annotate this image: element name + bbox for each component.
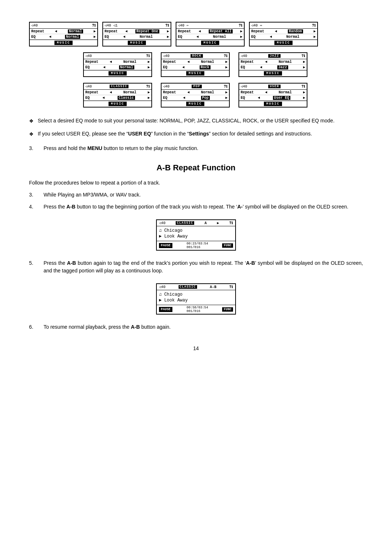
- section-intro: Follow the procedures below to repeat a …: [29, 179, 363, 187]
- nav-right-eq: ▶: [94, 35, 96, 39]
- vol-icon: ◁40: [241, 84, 247, 89]
- bat-icon: 𝟕𝟏: [166, 24, 169, 28]
- oled-ab-screen-1: ◁40 CLASSIC A ▶ 𝟕𝟏 ♫ Chicago ► Look Away…: [156, 219, 236, 251]
- repeat-value: Repeat All: [209, 29, 233, 33]
- repeat-label: Repeat: [31, 29, 44, 33]
- nav-left-eq: ◄: [123, 35, 125, 39]
- vol-icon: ◁40 ◁1: [105, 23, 118, 28]
- music-badge: MUSIC: [201, 41, 219, 45]
- music-badge: MUSIC: [109, 102, 126, 106]
- oled-ab-screen-2-container: ◁40 CLASSIC A-B 𝟕𝟏 ♫ Chicago ► Look Away…: [29, 279, 363, 319]
- eq-value: Classic: [118, 96, 135, 100]
- oled-screen-repeat-one: ◁40 ◁1 𝟕𝟏 Repeat ◄ Repeat One ▶ EQ ◄ Nor…: [102, 22, 171, 46]
- repeat-value: Normal: [201, 60, 214, 64]
- vol-label-ab2: ◁40: [159, 285, 166, 289]
- bat-icon: 𝟕𝟏: [302, 85, 305, 89]
- nav-left: ◄: [265, 60, 267, 64]
- vol-label-ab1: ◁40: [159, 221, 166, 225]
- bat-icon: 𝟕𝟏: [312, 24, 316, 28]
- nav-right: ▶: [303, 90, 305, 94]
- eq-value: Jazz: [277, 65, 288, 69]
- nav-right-eq: ▶: [225, 65, 228, 69]
- vol-icon: ◁40: [85, 84, 92, 89]
- ab-marker-2: A-B: [210, 285, 216, 289]
- music-badge: MUSIC: [109, 71, 126, 76]
- oled-screen-repeat-all: ◁40 ⇐ 𝟕𝟏 Repeat ◄ Repeat All ▶ EQ ◄ Norm…: [176, 22, 245, 46]
- nav-left: ◄: [265, 90, 267, 94]
- nav-left: ◄: [187, 90, 189, 94]
- ab-step-5-text: Press the A-B button again to tag the en…: [44, 259, 363, 275]
- nav-left: ◄: [199, 29, 201, 33]
- music-badge: MUSIC: [264, 102, 282, 106]
- bat-icon: 𝟕𝟏: [92, 24, 96, 28]
- nav-left: ◄: [275, 29, 277, 33]
- repeat-value: Normal: [123, 90, 136, 94]
- nav-right: ▶: [314, 29, 316, 33]
- nav-left-eq: ◄: [49, 35, 51, 39]
- screens-row-2: ◁40 𝟕𝟏 Repeat ◄ Normal ▶ EQ ◄ Normal ▶ M…: [29, 52, 363, 80]
- vol-icon: ◁40: [85, 54, 92, 58]
- music-badge: MUSIC: [54, 41, 72, 45]
- ab-step-5-num: 5.: [29, 259, 44, 275]
- oled-screen-eq-pop: ◁40 POP 𝟕𝟏 Repeat ◄ Normal ▶ EQ ◄ Pop ▶ …: [161, 83, 230, 108]
- nav-left-eq: ◄: [182, 65, 184, 69]
- nav-left-eq: ◄: [196, 35, 199, 39]
- bullet-text-1: Select a desired EQ mode to suit your pe…: [38, 117, 363, 125]
- oled-line2-ab2: ► Look Away: [159, 297, 233, 303]
- func-ab2: FUNC: [222, 307, 233, 312]
- music-badge: MUSIC: [128, 41, 146, 45]
- pause-ab2: PAUSE: [159, 307, 172, 312]
- eq-label: EQ: [85, 65, 90, 69]
- repeat-value: Random: [288, 29, 303, 33]
- ab-step-4: 4. Press the A-B button to tag the begin…: [29, 203, 363, 211]
- vol-icon: ◁40 ⇐: [178, 23, 189, 28]
- eq-label: EQ: [31, 35, 36, 39]
- nav-left-eq: ◄: [260, 65, 262, 69]
- nav-left-eq: ◄: [183, 96, 185, 100]
- repeat-value: Normal: [279, 60, 292, 64]
- repeat-value: Normal: [279, 90, 292, 94]
- repeat-value: Repeat One: [135, 29, 159, 33]
- bullet-section: ❖ Select a desired EQ mode to suit your …: [29, 117, 363, 138]
- nav-right: ▶: [167, 29, 169, 33]
- nav-right: ▶: [303, 60, 305, 64]
- repeat-label: Repeat: [85, 60, 98, 64]
- eq-value: Normal: [286, 35, 299, 39]
- nav-right-eq: ▶: [148, 96, 150, 100]
- nav-left: ◄: [125, 29, 127, 33]
- nav-left-eq: ◄: [102, 96, 105, 100]
- eq-label: EQ: [178, 35, 182, 39]
- vol-icon: ◁40: [163, 84, 170, 89]
- func-ab1: FUNC: [222, 243, 233, 248]
- nav-right-eq: ▶: [148, 65, 150, 69]
- nav-left-eq: ◄: [270, 35, 272, 39]
- eq-label: EQ: [241, 65, 245, 69]
- mode-badge-ab1: CLASSIC: [176, 221, 194, 225]
- time-ab1: 00:23/03:54001/016: [187, 242, 208, 249]
- mode-badge: CLASSIC: [110, 85, 129, 88]
- repeat-label: Repeat: [241, 90, 254, 94]
- nav-right-eq: ▶: [303, 96, 305, 100]
- bat-ab2: 𝟕𝟏: [229, 285, 233, 289]
- nav-right: ▶: [148, 90, 150, 94]
- music-badge: MUSIC: [186, 71, 204, 76]
- numbered-text-3: Press and hold the MENU button to return…: [44, 145, 363, 152]
- nav-left-eq: ◄: [258, 96, 260, 100]
- bat-icon: 𝟕𝟏: [224, 85, 228, 89]
- ab-step-6-num: 6.: [29, 323, 44, 331]
- oled-screen-random: ◁40 ⇔ 𝟕𝟏 Repeat ◄ Random ▶ EQ ◄ Normal ▶…: [249, 22, 318, 46]
- time-ab2: 00:58/03:54001/016: [187, 306, 208, 313]
- ab-step-3-text: While Playing an MP3/WMA, or WAV track.: [44, 191, 363, 199]
- nav-left: ◄: [110, 60, 112, 64]
- eq-value: Rock: [200, 65, 211, 69]
- mode-badge: POP: [192, 85, 201, 88]
- page-number: 14: [29, 345, 363, 351]
- nav-right-eq: ▶: [303, 65, 305, 69]
- eq-label: EQ: [251, 35, 256, 39]
- eq-value: Normal: [119, 65, 134, 69]
- nav-right: ▶: [240, 29, 242, 33]
- vol-icon: ◁40 ⇔: [251, 23, 262, 28]
- bullet-item-2: ❖ If you select USER EQ, please see the …: [29, 130, 363, 138]
- eq-label: EQ: [163, 65, 167, 69]
- nav-right-eq: ▶: [167, 35, 169, 39]
